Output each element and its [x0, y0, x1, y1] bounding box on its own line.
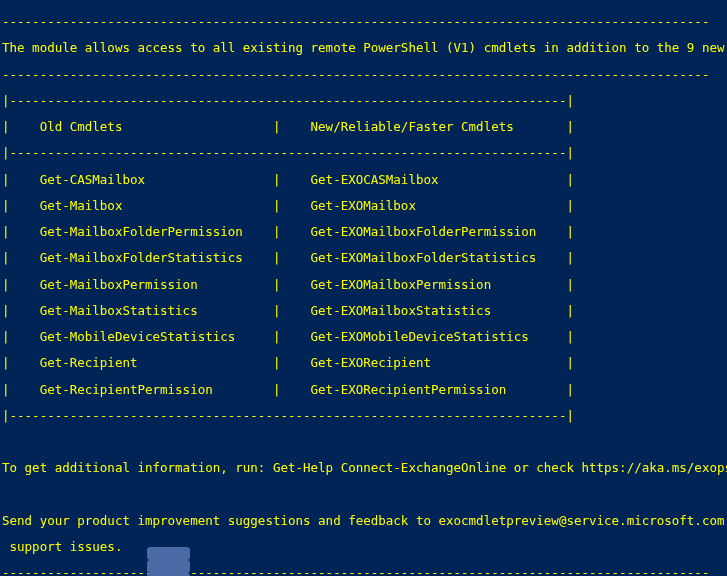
- divider-line: ----------------------------------------…: [2, 68, 725, 81]
- cmdlet-table-row: | Get-CASMailbox | Get-EXOCASMailbox |: [2, 173, 725, 186]
- redaction-overlay: [147, 547, 190, 560]
- cmdlet-table-row: | Get-Recipient | Get-EXORecipient |: [2, 356, 725, 369]
- cmdlet-table-row: | Get-RecipientPermission | Get-EXORecip…: [2, 383, 725, 396]
- cmdlet-table-border: |---------------------------------------…: [2, 94, 725, 107]
- divider-line: ----------------------------------------…: [2, 566, 725, 576]
- cmdlet-table-row: | Get-Mailbox | Get-EXOMailbox |: [2, 199, 725, 212]
- terminal-area[interactable]: ----------------------------------------…: [0, 0, 727, 576]
- cmdlet-table-header: | Old Cmdlets | New/Reliable/Faster Cmdl…: [2, 120, 725, 133]
- cmdlet-table-row: | Get-MailboxFolderStatistics | Get-EXOM…: [2, 251, 725, 264]
- cmdlet-table-row: | Get-MailboxFolderPermission | Get-EXOM…: [2, 225, 725, 238]
- divider-line: ----------------------------------------…: [2, 15, 725, 28]
- cmdlet-table-row: | Get-MailboxStatistics | Get-EXOMailbox…: [2, 304, 725, 317]
- blank-line: [2, 435, 725, 448]
- feedback-text: Send your product improvement suggestion…: [2, 514, 725, 527]
- module-intro-text: The module allows access to all existing…: [2, 41, 725, 54]
- support-text: support issues.: [2, 540, 725, 553]
- cmdlet-table-row: | Get-MobileDeviceStatistics | Get-EXOMo…: [2, 330, 725, 343]
- cmdlet-table-border: |---------------------------------------…: [2, 409, 725, 422]
- redaction-overlay: [147, 560, 190, 573]
- cmdlet-table-row: | Get-MailboxPermission | Get-EXOMailbox…: [2, 278, 725, 291]
- blank-line: [2, 488, 725, 501]
- cmdlet-table-border: |---------------------------------------…: [2, 146, 725, 159]
- help-info-text: To get additional information, run: Get-…: [2, 461, 725, 474]
